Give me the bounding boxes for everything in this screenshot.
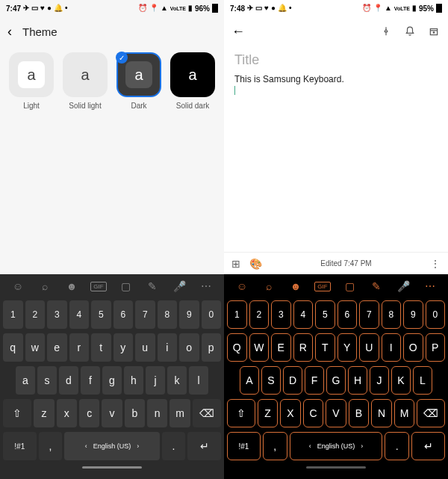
key-dot[interactable]: . bbox=[385, 432, 409, 460]
sticker-icon[interactable]: ☻ bbox=[287, 280, 304, 292]
key-y[interactable]: y bbox=[113, 333, 134, 362]
back-icon[interactable]: ‹ bbox=[7, 24, 12, 40]
key-l[interactable]: L bbox=[413, 366, 432, 395]
key-v[interactable]: V bbox=[326, 399, 346, 427]
key-8[interactable]: 8 bbox=[382, 300, 402, 329]
key-v[interactable]: v bbox=[102, 399, 122, 427]
emoji-icon[interactable]: ☺ bbox=[10, 280, 26, 292]
key-8[interactable]: 8 bbox=[158, 300, 178, 329]
key-y[interactable]: Y bbox=[337, 333, 358, 362]
key-g[interactable]: G bbox=[326, 366, 346, 395]
key-6[interactable]: 6 bbox=[337, 300, 358, 329]
key-k[interactable]: k bbox=[167, 366, 187, 395]
key-7[interactable]: 7 bbox=[359, 300, 379, 329]
bell-icon[interactable] bbox=[403, 25, 417, 38]
key-1[interactable]: 1 bbox=[3, 300, 23, 329]
nav-bar[interactable] bbox=[224, 463, 448, 472]
key-c[interactable]: c bbox=[79, 399, 99, 427]
key-d[interactable]: D bbox=[283, 366, 302, 395]
key-c[interactable]: C bbox=[303, 399, 324, 427]
key-6[interactable]: 6 bbox=[113, 300, 134, 329]
emoji-icon[interactable]: ☺ bbox=[234, 280, 250, 292]
key-backspace[interactable]: ⌫ bbox=[417, 399, 445, 427]
key-a[interactable]: a bbox=[16, 366, 35, 395]
theme-option-dark[interactable]: ✓ a Dark bbox=[115, 52, 163, 110]
key-i[interactable]: I bbox=[382, 333, 402, 362]
key-n[interactable]: N bbox=[371, 399, 392, 427]
key-4[interactable]: 4 bbox=[69, 300, 90, 329]
key-w[interactable]: W bbox=[249, 333, 270, 362]
key-dot[interactable]: . bbox=[162, 432, 186, 460]
key-symbols[interactable]: !#1 bbox=[227, 432, 261, 460]
key-b[interactable]: b bbox=[125, 399, 145, 427]
clipboard-icon[interactable]: ▢ bbox=[117, 280, 134, 292]
key-5[interactable]: 5 bbox=[91, 300, 111, 329]
key-t[interactable]: t bbox=[91, 333, 111, 362]
more-vert-icon[interactable]: ⋮ bbox=[430, 258, 441, 270]
key-9[interactable]: 9 bbox=[403, 300, 423, 329]
theme-option-light[interactable]: a Light bbox=[7, 52, 55, 110]
key-2[interactable]: 2 bbox=[249, 300, 270, 329]
key-4[interactable]: 4 bbox=[293, 300, 314, 329]
gif-icon[interactable]: GIF bbox=[90, 282, 107, 291]
sticker-icon[interactable]: ☻ bbox=[63, 280, 80, 292]
key-i[interactable]: i bbox=[158, 333, 178, 362]
key-n[interactable]: n bbox=[147, 399, 167, 427]
key-h[interactable]: H bbox=[348, 366, 367, 395]
key-m[interactable]: m bbox=[169, 399, 190, 427]
palette-icon[interactable]: 🎨 bbox=[249, 258, 262, 270]
key-q[interactable]: q bbox=[3, 333, 23, 362]
clipboard-icon[interactable]: ▢ bbox=[341, 280, 358, 292]
key-e[interactable]: E bbox=[271, 333, 291, 362]
gif-icon[interactable]: GIF bbox=[314, 282, 331, 291]
key-s[interactable]: S bbox=[261, 366, 281, 395]
key-0[interactable]: 0 bbox=[426, 300, 446, 329]
key-x[interactable]: x bbox=[57, 399, 77, 427]
key-3[interactable]: 3 bbox=[47, 300, 67, 329]
key-space[interactable]: ‹English (US)› bbox=[290, 432, 383, 460]
key-p[interactable]: p bbox=[202, 333, 222, 362]
key-p[interactable]: P bbox=[426, 333, 446, 362]
note-body-input[interactable]: This is Samsung Keyboard. bbox=[224, 69, 448, 99]
theme-option-solid-dark[interactable]: a Solid dark bbox=[169, 52, 217, 110]
key-d[interactable]: d bbox=[59, 366, 78, 395]
key-f[interactable]: f bbox=[81, 366, 100, 395]
key-symbols[interactable]: !#1 bbox=[3, 432, 37, 460]
theme-option-solid-light[interactable]: a Solid light bbox=[61, 52, 109, 110]
key-e[interactable]: e bbox=[47, 333, 67, 362]
back-icon[interactable]: ← bbox=[231, 24, 245, 40]
add-box-icon[interactable]: ⊞ bbox=[231, 258, 240, 270]
key-comma[interactable]: , bbox=[263, 432, 287, 460]
key-s[interactable]: s bbox=[37, 366, 57, 395]
key-shift[interactable]: ⇧ bbox=[227, 399, 255, 427]
key-space[interactable]: ‹English (US)› bbox=[64, 432, 159, 460]
key-z[interactable]: z bbox=[34, 399, 54, 427]
key-j[interactable]: J bbox=[370, 366, 389, 395]
note-title-input[interactable]: Title bbox=[224, 46, 448, 69]
key-z[interactable]: Z bbox=[258, 399, 279, 427]
key-enter[interactable]: ↵ bbox=[187, 432, 221, 460]
key-r[interactable]: r bbox=[69, 333, 90, 362]
key-r[interactable]: R bbox=[293, 333, 314, 362]
edit-icon[interactable]: ✎ bbox=[144, 280, 161, 292]
more-icon[interactable]: ⋯ bbox=[422, 280, 438, 292]
key-j[interactable]: j bbox=[146, 366, 165, 395]
key-3[interactable]: 3 bbox=[271, 300, 291, 329]
key-u[interactable]: u bbox=[135, 333, 155, 362]
key-w[interactable]: w bbox=[25, 333, 46, 362]
key-l[interactable]: l bbox=[189, 366, 208, 395]
edit-icon[interactable]: ✎ bbox=[368, 280, 385, 292]
key-a[interactable]: A bbox=[240, 366, 259, 395]
key-o[interactable]: o bbox=[179, 333, 199, 362]
mic-icon[interactable]: 🎤 bbox=[171, 280, 187, 292]
search-icon[interactable]: ⌕ bbox=[261, 280, 277, 292]
nav-bar[interactable] bbox=[0, 463, 224, 472]
key-x[interactable]: X bbox=[280, 399, 301, 427]
key-u[interactable]: U bbox=[359, 333, 379, 362]
key-t[interactable]: T bbox=[315, 333, 335, 362]
key-k[interactable]: K bbox=[391, 366, 411, 395]
mic-icon[interactable]: 🎤 bbox=[395, 280, 411, 292]
key-g[interactable]: g bbox=[102, 366, 122, 395]
key-enter[interactable]: ↵ bbox=[411, 432, 445, 460]
key-9[interactable]: 9 bbox=[179, 300, 199, 329]
